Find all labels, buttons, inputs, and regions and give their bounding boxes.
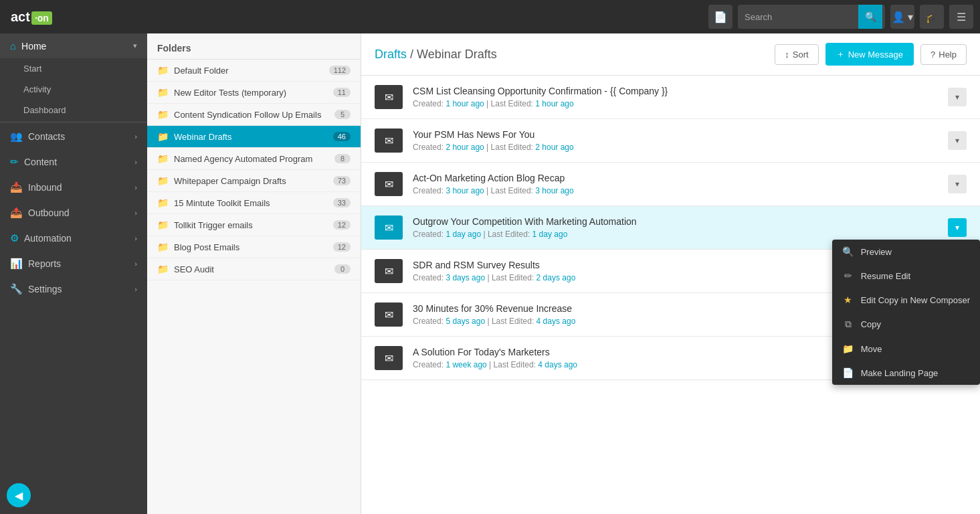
email-content: Act-On Marketing Action Blog Recap Creat… [413,173,948,195]
folder-icon: 📁 [157,109,169,120]
context-menu-item-icon: ✏ [842,270,854,281]
email-dropdown-btn[interactable]: ▾ [948,218,967,237]
automation-icon: ⚙ [10,232,19,244]
email-dropdown-btn[interactable]: ▾ [948,131,967,150]
email-meta: Created: 2 hour ago | Last Edited: 2 hou… [413,143,948,152]
folder-item[interactable]: 📁 Tollkit Trigger emails 12 [147,214,361,236]
inbound-chevron: › [134,183,137,191]
folder-item[interactable]: 📁 Whitepaper Campaign Drafts 73 [147,170,361,192]
folder-name: New Editor Tests (temporary) [174,88,333,98]
email-dropdown-btn[interactable]: ▾ [948,175,967,193]
breadcrumb: Drafts / Webinar Drafts [375,48,775,62]
context-menu-item-label: Move [861,344,882,354]
email-item[interactable]: ✉ Act-On Marketing Action Blog Recap Cre… [361,163,980,206]
sidebar-item-settings[interactable]: 🔧 Settings › [0,276,147,302]
settings-icon: 🔧 [10,283,23,295]
folder-icon: 📁 [157,220,169,230]
folder-count: 0 [334,264,351,274]
created-label: Created: [413,99,444,108]
context-menu-item[interactable]: 🔍 Preview [832,240,980,264]
sidebar-item-content[interactable]: ✏ Content › [0,149,147,175]
sidebar-item-dashboard[interactable]: Dashboard [0,100,147,120]
reports-label: Reports [28,258,134,269]
sidebar-item-inbound[interactable]: 📥 Inbound › [0,175,147,200]
folder-list: 📁 Default Folder 112 📁 New Editor Tests … [147,60,361,280]
header-actions: ↕ Sort ＋ New Message ? Help [775,43,967,66]
email-item[interactable]: ✉ Outgrow Your Competition With Marketin… [361,206,980,250]
new-message-button[interactable]: ＋ New Message [825,43,914,66]
context-menu-item-icon: ⧉ [842,319,854,330]
context-menu-item[interactable]: 📄 Make Landing Page [832,361,980,385]
folder-item[interactable]: 📁 Named Agency Automated Program 8 [147,148,361,170]
folder-name: 15 Mintute Toolkit Emails [174,198,333,208]
automation-label: Automation [24,233,134,244]
user-menu-btn[interactable]: 👤 ▾ [890,5,914,29]
folder-count: 8 [334,154,351,163]
created-time: 5 days ago [446,317,485,326]
activity-label: Activity [23,84,51,94]
inbound-icon: 📥 [10,181,23,193]
sort-button[interactable]: ↕ Sort [775,44,818,65]
logo: act·on [7,7,56,27]
folder-count: 11 [333,88,351,97]
email-icon: ✉ [375,128,403,153]
email-item[interactable]: ✉ CSM List Cleansing Opportunity Confirm… [361,76,980,119]
sidebar-item-activity[interactable]: Activity [0,79,147,100]
folder-item[interactable]: 📁 Webinar Drafts 46 [147,126,361,148]
email-item[interactable]: ✉ Your PSM Has News For You Created: 2 h… [361,119,980,163]
folder-item[interactable]: 📁 Content Syndication Follow Up Emails 5 [147,104,361,126]
folder-icon: 📁 [157,175,169,186]
sidebar-item-home[interactable]: ⌂ Home ▾ [0,33,147,58]
folder-name: Blog Post Emails [174,242,333,252]
folder-icon: 📁 [157,197,169,208]
sidebar-item-start[interactable]: Start [0,58,147,79]
email-meta: Created: 3 hour ago | Last Edited: 3 hou… [413,186,948,195]
sidebar-item-automation[interactable]: ⚙ Automation › [0,226,147,251]
content-label: Content [24,157,134,167]
context-menu-item-icon: 📁 [842,343,854,354]
contacts-icon: 👥 [10,131,23,143]
sidebar-toggle-btn[interactable]: ◀ [7,483,31,507]
breadcrumb-separator: / [407,48,417,61]
sidebar-item-reports[interactable]: 📊 Reports › [0,251,147,276]
academy-btn[interactable]: 🎓 [920,5,944,29]
separator: | Last Edited: [487,273,534,282]
help-button[interactable]: ? Help [920,44,967,65]
folder-item[interactable]: 📁 New Editor Tests (temporary) 11 [147,82,361,104]
email-content: Your PSM Has News For You Created: 2 hou… [413,129,948,152]
search-input[interactable] [738,8,858,26]
folder-item[interactable]: 📁 15 Mintute Toolkit Emails 33 [147,192,361,214]
menu-btn[interactable]: ☰ [949,5,973,29]
folder-count: 5 [334,110,351,119]
context-menu-item[interactable]: 📁 Move [832,337,980,361]
inbound-label: Inbound [28,182,134,193]
context-menu-item[interactable]: ⧉ Copy [832,312,980,337]
folder-item[interactable]: 📁 Blog Post Emails 12 [147,236,361,258]
email-icon: ✉ [375,303,403,327]
folder-name: Whitepaper Campaign Drafts [174,176,333,186]
separator: | Last Edited: [486,143,533,152]
home-icon: ⌂ [10,40,16,52]
home-chevron: ▾ [133,41,137,50]
separator: | Last Edited: [486,186,533,195]
edited-time: 3 hour ago [535,186,573,195]
sidebar-item-outbound[interactable]: 📤 Outbound › [0,200,147,226]
folder-icon: 📁 [157,264,169,274]
new-message-label: New Message [848,50,903,60]
context-menu-item[interactable]: ✏ Resume Edit [832,264,980,288]
sidebar-item-contacts[interactable]: 👥 Contacts › [0,124,147,149]
context-menu-item-label: Edit Copy in New Composer [861,295,970,305]
folder-count: 12 [333,242,351,252]
folder-item[interactable]: 📁 SEO Audit 0 [147,258,361,280]
edited-time: 4 days ago [538,360,577,369]
context-menu-item-icon: ★ [842,294,854,305]
folder-item[interactable]: 📁 Default Folder 112 [147,60,361,82]
folder-count: 12 [333,220,351,230]
context-menu-item[interactable]: ★ Edit Copy in New Composer [832,288,980,312]
breadcrumb-link[interactable]: Drafts [375,48,407,61]
separator: | Last Edited: [486,99,533,108]
search-button[interactable]: 🔍 [858,5,882,29]
content-area: Drafts / Webinar Drafts ↕ Sort ＋ New Mes… [361,33,980,514]
email-dropdown-btn[interactable]: ▾ [948,88,967,106]
document-icon-btn[interactable]: 📄 [708,5,732,29]
